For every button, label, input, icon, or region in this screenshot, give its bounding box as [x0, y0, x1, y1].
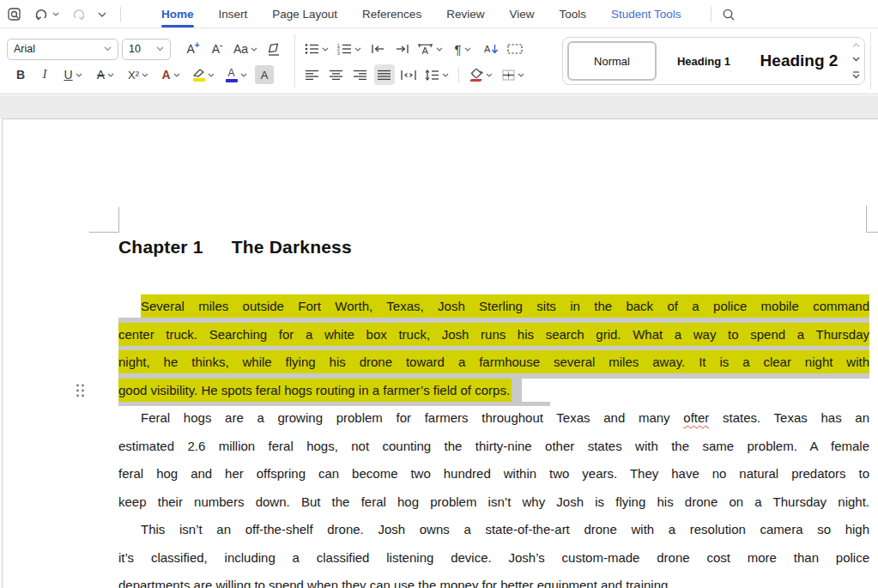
chevron-down-icon: [173, 73, 180, 77]
more-commands-chevron-icon[interactable]: [96, 10, 108, 19]
increase-indent-button[interactable]: [391, 39, 412, 59]
font-color-icon: A: [226, 68, 238, 82]
paragraph-marks-icon: ¶: [454, 43, 461, 56]
font-size-select[interactable]: 10: [122, 39, 171, 60]
highlight-color-button[interactable]: [189, 64, 218, 85]
paragraph[interactable]: Feral hogs are a growing problem for far…: [118, 406, 869, 513]
style-heading-2[interactable]: Heading 2: [751, 41, 847, 81]
font-size-value: 10: [129, 43, 141, 55]
redo-button[interactable]: [70, 6, 88, 22]
tab-home[interactable]: Home: [161, 0, 194, 28]
redo-icon: [71, 8, 86, 21]
preview-search-icon[interactable]: [5, 5, 24, 24]
font-group-row1: Arial 10 A+ A- Aa: [7, 38, 284, 60]
increase-font-size-button[interactable]: A+: [183, 39, 203, 59]
gallery-scroll-up-icon[interactable]: [852, 43, 860, 48]
chevron-down-icon: [518, 73, 524, 77]
chevron-down-icon: [208, 73, 215, 77]
clear-formatting-button[interactable]: [263, 39, 284, 59]
paragraph-highlighted[interactable]: Several miles outside Fort Worth, Texas,…: [118, 294, 869, 406]
tab-page-layout[interactable]: Page Layout: [272, 0, 337, 28]
text-line: center truck. Searching for a white box …: [118, 323, 869, 346]
underline-button[interactable]: U: [58, 64, 88, 85]
chapter-heading[interactable]: Chapter 1The Darkness: [118, 237, 352, 258]
undo-button[interactable]: [33, 6, 61, 22]
toolbar-divider: [120, 7, 121, 22]
tab-tools[interactable]: Tools: [559, 0, 586, 28]
align-right-button[interactable]: [350, 64, 371, 85]
chevron-down-icon: [464, 47, 471, 52]
character-scaling-button[interactable]: A: [415, 39, 445, 59]
search-icon[interactable]: [722, 8, 736, 21]
italic-button[interactable]: I: [34, 64, 55, 85]
distributed-icon: [401, 70, 416, 81]
align-center-icon: [330, 70, 343, 81]
search-zone: [711, 0, 736, 28]
text-line: keep their numbers down. But the feral h…: [118, 490, 869, 513]
paragraph-drag-handle-icon[interactable]: [76, 383, 85, 398]
selection-gap: [118, 373, 869, 379]
chevron-down-icon: [251, 47, 257, 52]
text-line: night, he thinks, while flying his drone…: [118, 350, 869, 373]
styles-gallery-scroll: [847, 39, 864, 83]
sort-button[interactable]: A: [481, 39, 501, 59]
tab-review[interactable]: Review: [446, 0, 484, 28]
gallery-scroll-down-icon[interactable]: [852, 57, 860, 62]
font-group-row2: B I U A X² A: [10, 64, 275, 86]
document-page[interactable]: Chapter 1The Darkness Several miles outs…: [2, 118, 878, 588]
sort-icon: A: [484, 43, 499, 55]
bullets-button[interactable]: [302, 39, 331, 59]
font-color-button[interactable]: A: [221, 64, 251, 85]
chevron-down-icon: [354, 47, 361, 52]
borders-button[interactable]: [499, 64, 528, 85]
justify-button[interactable]: [374, 64, 395, 85]
document-body[interactable]: Several miles outside Fort Worth, Texas,…: [118, 294, 869, 588]
numbering-button[interactable]: 123: [335, 39, 364, 59]
chevron-down-icon: [240, 73, 247, 77]
paragraph-marks-button[interactable]: ¶: [448, 39, 477, 59]
tab-student-tools[interactable]: Student Tools: [611, 0, 681, 28]
text-line: This isn’t an off-the-shelf drone. Josh …: [141, 518, 869, 541]
text-line: departments are willing to spend when th…: [118, 573, 869, 588]
styles-gallery: Normal Heading 1 Heading 2: [562, 37, 865, 85]
align-left-button[interactable]: [302, 64, 323, 85]
align-right-icon: [354, 70, 367, 81]
align-left-icon: [306, 70, 319, 81]
change-case-button[interactable]: Aa: [231, 39, 260, 59]
borders-icon: [502, 70, 515, 81]
superscript-button[interactable]: X²: [124, 64, 153, 85]
chevron-down-icon: [107, 73, 114, 77]
line-spacing-icon: [425, 70, 439, 81]
font-name-select[interactable]: Arial: [7, 39, 118, 60]
tab-references[interactable]: References: [362, 0, 421, 28]
text-effects-button[interactable]: A: [156, 64, 185, 85]
decrease-font-size-button[interactable]: A-: [207, 39, 227, 59]
text-line: feral hog and her offspring can become t…: [118, 462, 869, 485]
shading-button[interactable]: [466, 64, 495, 85]
svg-text:A: A: [422, 45, 429, 55]
strikethrough-button[interactable]: A: [91, 64, 120, 85]
distributed-button[interactable]: [398, 64, 419, 85]
tab-insert[interactable]: Insert: [219, 0, 248, 28]
character-shading-button[interactable]: A: [254, 64, 275, 85]
text-direction-button[interactable]: [505, 39, 525, 59]
ribbon-tabs: Home Insert Page Layout References Revie…: [161, 0, 681, 28]
gallery-expand-icon[interactable]: [852, 71, 860, 79]
tab-view[interactable]: View: [509, 0, 534, 28]
app-window: Home Insert Page Layout References Revie…: [0, 0, 878, 588]
align-center-button[interactable]: [326, 64, 347, 85]
style-normal[interactable]: Normal: [567, 41, 657, 81]
style-heading-1[interactable]: Heading 1: [657, 41, 751, 81]
bold-button[interactable]: B: [10, 64, 31, 85]
decrease-indent-button[interactable]: [367, 39, 388, 59]
paragraph[interactable]: This isn’t an off-the-shelf drone. Josh …: [118, 518, 869, 588]
undo-dropdown-chevron-icon: [52, 12, 59, 16]
text-line: Feral hogs are a growing problem for far…: [141, 406, 869, 429]
tab-divider: [711, 7, 711, 22]
line-spacing-button[interactable]: [422, 64, 451, 85]
ribbon: Arial 10 A+ A- Aa B I: [0, 29, 878, 94]
text-direction-icon: [507, 44, 523, 54]
numbering-icon: 123: [337, 43, 352, 55]
chapter-title: The Darkness: [232, 237, 352, 257]
chevron-down-icon: [436, 47, 443, 52]
